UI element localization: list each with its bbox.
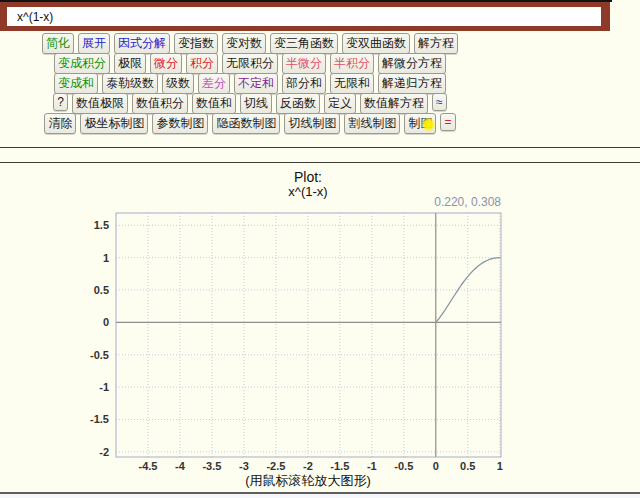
button-solve-recurrence[interactable]: 解递归方程: [378, 73, 446, 94]
expression-input[interactable]: [7, 7, 601, 26]
plot-svg[interactable]: -4.5-4-3.5-3-2.5-2-1.5-1-0.500.511.510.5…: [60, 205, 520, 473]
button-taylor-series[interactable]: 泰勒级数: [102, 73, 158, 94]
button-expand[interactable]: 展开: [78, 33, 110, 54]
x-tick-label: -4: [175, 460, 186, 472]
button-simplify[interactable]: 简化: [42, 33, 74, 54]
x-tick-label: 0.5: [460, 460, 475, 472]
y-tick-label: -1.5: [90, 413, 109, 425]
button-tangent[interactable]: 切线: [240, 93, 272, 114]
plot-caption: (用鼠标滚轮放大图形): [58, 472, 558, 490]
button-parametric-plot[interactable]: 参数制图: [152, 113, 208, 134]
button-to-exponential[interactable]: 变指数: [174, 33, 218, 54]
button-equals[interactable]: =: [440, 113, 455, 131]
toolbar-row: ?数值极限数值积分数值和切线反函数定义数值解方程≈: [0, 92, 500, 112]
plot-chart[interactable]: -4.5-4-3.5-3-2.5-2-1.5-1-0.500.511.510.5…: [60, 205, 520, 473]
button-numeric-solve[interactable]: 数值解方程: [360, 93, 428, 114]
button-polar-plot[interactable]: 极坐标制图: [80, 113, 148, 134]
y-tick-label: 1.5: [94, 219, 109, 231]
toolbar: 简化展开因式分解变指数变对数变三角函数变双曲函数解方程变成积分极限微分积分无限积…: [0, 32, 500, 132]
x-tick-label: -3: [239, 460, 249, 472]
button-factor[interactable]: 因式分解: [114, 33, 170, 54]
x-tick-label: -1.5: [330, 460, 349, 472]
button-numeric-integral[interactable]: 数值积分: [132, 93, 188, 114]
button-approximate[interactable]: ≈: [432, 93, 447, 111]
button-integrate[interactable]: 积分: [186, 53, 218, 74]
button-infinite-sum[interactable]: 无限和: [330, 73, 374, 94]
button-numeric-limit[interactable]: 数值极限: [72, 93, 128, 114]
button-secant-plot[interactable]: 割线制图: [344, 113, 400, 134]
toolbar-row: 简化展开因式分解变指数变对数变三角函数变双曲函数解方程: [0, 32, 500, 52]
button-to-trigonometric[interactable]: 变三角函数: [270, 33, 338, 54]
button-limit[interactable]: 极限: [114, 53, 146, 74]
y-tick-label: 1: [103, 252, 109, 264]
y-tick-label: 0: [103, 316, 109, 328]
plot-title: Plot:: [58, 170, 558, 185]
button-clear[interactable]: 清除: [44, 113, 76, 134]
x-tick-label: 0: [433, 460, 439, 472]
button-numeric-sum[interactable]: 数值和: [192, 93, 236, 114]
button-solve-differential-equation[interactable]: 解微分方程: [378, 53, 446, 74]
math-tool-page: 简化展开因式分解变指数变对数变三角函数变双曲函数解方程变成积分极限微分积分无限积…: [0, 0, 640, 498]
button-tangent-plot[interactable]: 切线制图: [284, 113, 340, 134]
button-to-integral[interactable]: 变成积分: [54, 53, 110, 74]
button-plot[interactable]: 制图: [404, 113, 436, 134]
button-to-hyperbolic[interactable]: 变双曲函数: [342, 33, 410, 54]
button-partial-sum[interactable]: 部分和: [282, 73, 326, 94]
section-separator: [0, 147, 640, 163]
x-tick-label: 1: [497, 460, 503, 472]
bottom-divider: [0, 492, 640, 498]
x-tick-label: -3.5: [202, 460, 221, 472]
y-tick-label: -1: [99, 381, 109, 393]
x-tick-label: -2.5: [266, 460, 285, 472]
y-tick-label: -2: [99, 446, 109, 458]
toolbar-row: 变成和泰勒级数级数差分不定和部分和无限和解递归方程: [0, 72, 500, 92]
expression-input-frame: [0, 2, 610, 31]
button-to-logarithm[interactable]: 变对数: [222, 33, 266, 54]
button-semi-integrate[interactable]: 半积分: [330, 53, 374, 74]
y-tick-label: -0.5: [90, 349, 109, 361]
button-difference[interactable]: 差分: [198, 73, 230, 94]
toolbar-row: 清除极坐标制图参数制图隐函数制图切线制图割线制图制图=: [0, 112, 500, 132]
button-implicit-plot[interactable]: 隐函数制图: [212, 113, 280, 134]
x-tick-label: -1: [367, 460, 377, 472]
button-help[interactable]: ?: [53, 93, 68, 111]
button-differentiate[interactable]: 微分: [150, 53, 182, 74]
toolbar-row: 变成积分极限微分积分无限积分半微分半积分解微分方程: [0, 52, 500, 72]
button-series[interactable]: 级数: [162, 73, 194, 94]
y-tick-label: 0.5: [94, 284, 109, 296]
button-solve-equation[interactable]: 解方程: [414, 33, 458, 54]
button-infinite-integral[interactable]: 无限积分: [222, 53, 278, 74]
button-semi-differentiate[interactable]: 半微分: [282, 53, 326, 74]
button-to-sum[interactable]: 变成和: [54, 73, 98, 94]
button-inverse-function[interactable]: 反函数: [276, 93, 320, 114]
x-tick-label: -0.5: [394, 460, 413, 472]
x-tick-label: -4.5: [138, 460, 157, 472]
button-definition[interactable]: 定义: [324, 93, 356, 114]
x-tick-label: -2: [303, 460, 313, 472]
button-indefinite-sum[interactable]: 不定和: [234, 73, 278, 94]
plot-frame: [116, 213, 501, 457]
